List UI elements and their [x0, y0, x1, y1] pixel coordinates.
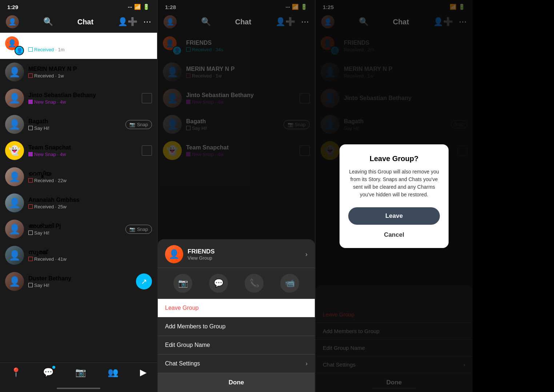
duster-info: Duster Bethany Say Hi!	[28, 275, 132, 288]
friends-sub-avatar: 👤	[15, 46, 24, 55]
ananaiah-name: Ananaiah Gmbhss	[28, 197, 152, 203]
action-sheet-2: 👤 FRIENDS View Group › 📷 💬 📞 📹 Leave	[158, 239, 315, 392]
leave-modal-body: Leaving this Group will also remove you …	[348, 168, 440, 199]
chat-item-aswathi[interactable]: 👤 അശ്വതി Pj Say Hi! 📷 Snap	[0, 216, 157, 242]
ananaiah-info: Ananaiah Gmbhss Received · 25w	[28, 197, 152, 209]
nav-friends[interactable]: 👥	[108, 367, 119, 377]
profile-avatar-1[interactable]: 👤	[6, 15, 19, 28]
friends-time: · 1m	[55, 47, 64, 52]
friends-status-text: Received	[34, 47, 54, 52]
resmiya-name: റെസ്മിയ	[28, 171, 152, 177]
aswathi-status-text: Say Hi!	[34, 230, 49, 236]
nav-location[interactable]: 📍	[11, 367, 21, 377]
snap-empty-icon-2	[142, 145, 152, 156]
nav-camera[interactable]: 📷	[75, 367, 86, 377]
leave-modal-title: Leave Group?	[348, 155, 440, 163]
home-indicator-1	[0, 385, 157, 392]
aswathi-info: അശ്വതി Pj Say Hi!	[28, 223, 121, 236]
duster-action[interactable]: ↗	[136, 273, 152, 289]
action-group-text: FRIENDS View Group	[188, 248, 215, 261]
chat-item-duster[interactable]: 👤 Duster Bethany Say Hi! ↗	[0, 268, 157, 295]
action-items: Leave Group Add Members to Group Edit Gr…	[158, 299, 315, 373]
video-action-icon[interactable]: 📹	[280, 274, 299, 293]
chat-item-bagath[interactable]: 👤 Bagath Say Hi! 📷 Snap	[0, 111, 157, 137]
action-icons-row: 📷 💬 📞 📹	[158, 268, 315, 299]
duster-sub: Say Hi!	[28, 283, 132, 288]
merin-info: MERIN MARY N P Received · 1w	[28, 66, 152, 79]
team-snapchat-status-icon	[28, 152, 33, 156]
chat-item-team-snapchat[interactable]: 👻 Team Snapchat New Snap · 4w	[0, 137, 157, 164]
status-icons-1: ··· 📶 🔋	[128, 4, 150, 10]
suraj-info: സുരജ് Received · 41w	[28, 249, 152, 262]
add-friend-icon[interactable]: 👤➕	[118, 17, 137, 27]
nav-stories[interactable]: ▶	[140, 367, 146, 377]
aswathi-status-icon	[28, 231, 33, 235]
bagath-status-text: Say Hi!	[34, 125, 49, 131]
status-time-1: 1:29	[7, 4, 18, 10]
merin-status-text: Received · 1w	[34, 73, 64, 79]
add-members-item[interactable]: Add Members to Group	[158, 317, 315, 336]
chat-item-resmiya[interactable]: 👤 റെസ്മിയ Received · 22w	[0, 164, 157, 190]
bottom-nav-1: 📍 💬 📷 👥 ▶	[0, 363, 157, 385]
suraj-status-icon	[28, 257, 33, 261]
bagath-name: Bagath	[28, 118, 121, 125]
bagath-info: Bagath Say Hi!	[28, 118, 121, 131]
camera-action-icon[interactable]: 📷	[173, 274, 192, 293]
snap-button-aswathi[interactable]: 📷 Snap	[125, 225, 152, 234]
cancel-modal-button[interactable]: Cancel	[348, 226, 440, 244]
leave-confirm-button[interactable]: Leave	[348, 207, 440, 225]
phone-1: 1:29 ··· 📶 🔋 👤 🔍 Chat 👤➕ ⋯ 👤 👤 FRIENDS	[0, 0, 157, 392]
chat-header-1: 👤 🔍 Chat 👤➕ ⋯	[0, 12, 157, 33]
action-chevron-icon: ›	[305, 251, 308, 258]
chat-item-friends[interactable]: 👤 👤 FRIENDS Received · 1m	[0, 33, 157, 59]
bagath-status-icon	[28, 126, 33, 130]
resmiya-info: റെസ്മിയ Received · 22w	[28, 171, 152, 183]
merin-sub: Received · 1w	[28, 73, 152, 79]
ananaiah-sub: Received · 25w	[28, 204, 152, 209]
snap-button-bagath[interactable]: 📷 Snap	[125, 120, 152, 129]
status-bar-1: 1:29 ··· 📶 🔋	[0, 0, 157, 12]
friends-info: FRIENDS Received · 1m	[28, 40, 152, 52]
chat-settings-label: Chat Settings	[165, 360, 200, 367]
share-button-duster[interactable]: ↗	[136, 273, 152, 289]
header-actions-1: 👤➕ ⋯	[118, 17, 151, 27]
merin-avatar: 👤	[5, 63, 24, 81]
chat-item-merin[interactable]: 👤 MERIN MARY N P Received · 1w	[0, 59, 157, 85]
suraj-sub: Received · 41w	[28, 256, 152, 262]
edit-group-name-item[interactable]: Edit Group Name	[158, 336, 315, 355]
resmiya-status-icon	[28, 178, 33, 183]
done-button-2[interactable]: Done	[158, 373, 315, 392]
chat-action-icon[interactable]: 💬	[209, 274, 228, 293]
wifi-icon: 📶	[134, 4, 141, 10]
call-action-icon[interactable]: 📞	[245, 274, 264, 293]
team-snapchat-name: Team Snapchat	[28, 144, 137, 151]
friends-name: FRIENDS	[28, 40, 152, 46]
jinto-sub: New Snap · 4w	[28, 99, 137, 105]
add-members-label: Add Members to Group	[165, 323, 225, 330]
chat-settings-item[interactable]: Chat Settings ›	[158, 355, 315, 373]
leave-group-item[interactable]: Leave Group	[158, 299, 315, 317]
nav-chat[interactable]: 💬	[43, 367, 54, 377]
team-snapchat-avatar: 👻	[5, 141, 24, 160]
chat-notification-dot	[52, 366, 55, 369]
edit-group-name-label: Edit Group Name	[165, 342, 210, 348]
jinto-status-icon	[28, 100, 33, 104]
jinto-avatar: 👤	[5, 89, 24, 108]
action-sheet-header[interactable]: 👤 FRIENDS View Group ›	[158, 239, 315, 268]
more-icon[interactable]: ⋯	[143, 17, 151, 27]
battery-icon: 🔋	[143, 4, 150, 10]
aswathi-avatar: 👤	[5, 220, 24, 239]
jinto-status-text: New Snap · 4w	[34, 99, 66, 105]
chat-item-jinto[interactable]: 👤 Jinto Sebastian Bethany New Snap · 4w	[0, 85, 157, 111]
team-snapchat-info: Team Snapchat New Snap · 4w	[28, 144, 137, 157]
signal-dots-icon: ···	[128, 4, 132, 10]
search-icon-1[interactable]: 🔍	[43, 17, 53, 27]
chat-item-suraj[interactable]: 👤 സുരജ് Received · 41w	[0, 242, 157, 268]
chat-list-1: 👤 👤 FRIENDS Received · 1m 👤 MERIN MARY N…	[0, 33, 157, 363]
snap-label-2: Snap	[137, 227, 148, 232]
leave-modal-overlay: Leave Group? Leaving this Group will als…	[316, 0, 473, 392]
team-snapchat-status-text: New Snap · 4w	[34, 152, 66, 157]
aswathi-action[interactable]: 📷 Snap	[125, 225, 152, 234]
bagath-action[interactable]: 📷 Snap	[125, 120, 152, 129]
chat-item-ananaiah[interactable]: 👤 Ananaiah Gmbhss Received · 25w	[0, 190, 157, 216]
